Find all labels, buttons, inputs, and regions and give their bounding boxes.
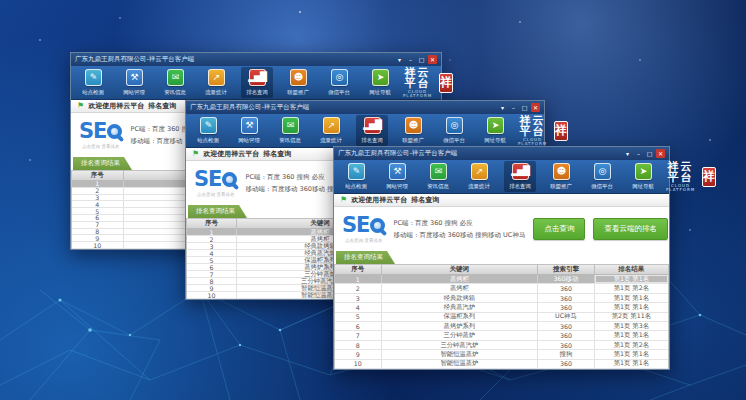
toolbar-item-label: 站点检测 [82, 88, 104, 96]
seo-section: SE 点击查询 查看排名 PC端：百度 360 搜狗 必应 移动端：百度移动 3… [334, 207, 669, 251]
welcome-bar: ⚑ 欢迎使用祥云平台 排名查询 [334, 194, 669, 207]
toolbar-item-label: 资讯信息 [279, 136, 301, 144]
toolbar-item-site-manage[interactable]: ⚒网站管理 [118, 67, 150, 98]
skin-icon[interactable]: ▾ [623, 149, 632, 158]
news-info-glyph: ✉ [287, 121, 294, 130]
table-cell: 5 [187, 257, 237, 263]
table-cell: 保温柜系列 [382, 313, 539, 321]
toolbar-item-rank-query[interactable]: ▂▅█排名查询 [504, 161, 536, 192]
header-keyword: 关键词 [382, 265, 539, 274]
toolbar-item-label: 网站管理 [238, 136, 260, 144]
table-row[interactable]: 6蒸烤炉系列360第1页 第3名 [335, 322, 668, 331]
query-button[interactable]: 点击查询 [533, 218, 585, 240]
table-row[interactable]: 8三分钟蒸汽炉360第1页 第2名 [335, 341, 668, 350]
table-header-row: 序号 关键词 搜索引擎 排名结果 [335, 265, 668, 275]
toolbar-item-label: 排名查询 [246, 88, 268, 96]
toolbar-item-site-manage[interactable]: ⚒网站管理 [233, 115, 265, 146]
traffic-stats-glyph: ↗ [213, 73, 220, 82]
traffic-stats-glyph: ↗ [476, 167, 483, 176]
cloud-rank-button[interactable]: 查看云端的排名 [593, 218, 668, 240]
brand-subtitle: CLOUD PLATFORM [400, 90, 435, 98]
site-manage-glyph: ⚒ [130, 73, 137, 82]
table-row[interactable]: 3经典款烤箱360第1页 第1名 [335, 294, 668, 303]
toolbar-item-wechat-platform[interactable]: ◎微信平台 [323, 67, 355, 98]
seo-logo: SE 点击查询 查看排名 [79, 121, 122, 149]
toolbar-item-rank-query[interactable]: ▂▅█排名查询 [241, 67, 273, 98]
toolbar-item-site-nav[interactable]: ➤网址导航 [364, 67, 396, 98]
table-row[interactable]: 9智能恒温蒸炉搜狗第1页 第1名 [335, 350, 668, 359]
skin-icon[interactable]: ▾ [498, 103, 507, 112]
minimize-icon[interactable]: – [406, 55, 415, 64]
table-row[interactable]: 10智能恒温蒸炉360第1页 第1名 [335, 360, 668, 369]
wechat-platform-glyph: ◎ [451, 121, 458, 130]
tab-rank-results[interactable]: 排名查询结果 [336, 251, 395, 264]
traffic-stats-icon: ↗ [323, 117, 340, 134]
maximize-icon[interactable]: □ [645, 149, 654, 158]
toolbar-item-news-info[interactable]: ✉资讯信息 [274, 115, 306, 146]
toolbar-item-wechat-platform[interactable]: ◎微信平台 [586, 161, 618, 192]
rank-query-icon: ▂▅█ [249, 69, 266, 86]
toolbar-item-site-check[interactable]: ✎站点检测 [77, 67, 109, 98]
skin-icon[interactable]: ▾ [395, 55, 404, 64]
toolbar-item-rank-query[interactable]: ▂▅█排名查询 [356, 115, 388, 146]
maximize-icon[interactable]: □ [520, 103, 529, 112]
welcome-text: 欢迎使用祥云平台 [88, 101, 144, 111]
seo-logo-text: SE [194, 169, 221, 190]
site-manage-icon: ⚒ [389, 163, 406, 180]
toolbar-item-site-check[interactable]: ✎站点检测 [340, 161, 372, 192]
table-cell: 360 [538, 294, 595, 302]
toolbar-item-site-check[interactable]: ✎站点检测 [192, 115, 224, 146]
table-cell: 2 [187, 236, 237, 242]
table-cell: 第1页 第1名 [595, 360, 668, 368]
toolbar-item-traffic-stats[interactable]: ↗流量统计 [315, 115, 347, 146]
table-row[interactable]: 5保温柜系列UC神马第2页 第11名 [335, 313, 668, 322]
toolbar-item-label: 站点检测 [345, 182, 367, 190]
table-cell: 2 [335, 284, 382, 292]
toolbar-item-label: 网站管理 [123, 88, 145, 96]
toolbar-item-union-promo[interactable]: ☻联盟推广 [282, 67, 314, 98]
minimize-icon[interactable]: – [509, 103, 518, 112]
toolbar-item-site-manage[interactable]: ⚒网站管理 [381, 161, 413, 192]
rank-query-glyph: ▂▅█ [248, 73, 266, 82]
table-cell: 10 [72, 242, 124, 248]
engine-info-mobile: 移动端：百度移动 360移动 搜狗移动 UC神马 [393, 229, 525, 241]
seo-logo-text: SE [79, 121, 106, 142]
close-icon[interactable]: ✕ [656, 149, 665, 158]
table-cell: 第2页 第11名 [595, 313, 668, 321]
maximize-icon[interactable]: □ [417, 55, 426, 64]
toolbar-item-news-info[interactable]: ✉资讯信息 [159, 67, 191, 98]
toolbar-item-wechat-platform[interactable]: ◎微信平台 [438, 115, 470, 146]
toolbar-item-union-promo[interactable]: ☻联盟推广 [397, 115, 429, 146]
flag-icon: ⚑ [340, 196, 347, 204]
tab-rank-results[interactable]: 排名查询结果 [188, 205, 247, 218]
seo-slogan: 点击查询 查看排名 [345, 237, 382, 242]
close-icon[interactable]: ✕ [531, 103, 540, 112]
minimize-icon[interactable]: – [634, 149, 643, 158]
table-row[interactable]: 7三分钟蒸炉360第1页 第1名 [335, 331, 668, 340]
toolbar-item-label: 网站管理 [386, 182, 408, 190]
tab-rank-results[interactable]: 排名查询结果 [73, 157, 132, 170]
rank-query-glyph: ▂▅█ [363, 121, 381, 130]
toolbar-item-site-nav[interactable]: ➤网址导航 [479, 115, 511, 146]
table-cell: 10 [187, 292, 237, 298]
site-nav-glyph: ➤ [492, 121, 499, 130]
table-row[interactable]: 1蒸烤柜360移动第1页 第1名 [335, 275, 668, 284]
toolbar-item-union-promo[interactable]: ☻联盟推广 [545, 161, 577, 192]
toolbar-item-label: 联盟推广 [287, 88, 309, 96]
toolbar-item-site-nav[interactable]: ➤网址导航 [627, 161, 659, 192]
seo-logo: SE 点击查询 查看排名 [342, 215, 385, 243]
close-icon[interactable]: ✕ [428, 55, 437, 64]
table-cell: 三分钟蒸汽炉 [382, 341, 539, 349]
table-row[interactable]: 4经典蒸汽炉360第1页 第1名 [335, 303, 668, 312]
table-cell: 3 [187, 243, 237, 249]
welcome-text: 欢迎使用祥云平台 [203, 149, 259, 159]
table-row[interactable]: 2蒸烤柜360第1页 第2名 [335, 284, 668, 293]
toolbar-item-news-info[interactable]: ✉资讯信息 [422, 161, 454, 192]
header-index: 序号 [72, 171, 124, 180]
site-check-glyph: ✎ [205, 121, 212, 130]
toolbar-item-traffic-stats[interactable]: ↗流量统计 [200, 67, 232, 98]
toolbar-item-label: 网址导航 [484, 136, 506, 144]
toolbar-item-traffic-stats[interactable]: ↗流量统计 [463, 161, 495, 192]
toolbar-item-label: 网址导航 [369, 88, 391, 96]
toolbar-items: ✎站点检测⚒网站管理✉资讯信息↗流量统计▂▅█排名查询☻联盟推广◎微信平台➤网址… [340, 161, 659, 192]
